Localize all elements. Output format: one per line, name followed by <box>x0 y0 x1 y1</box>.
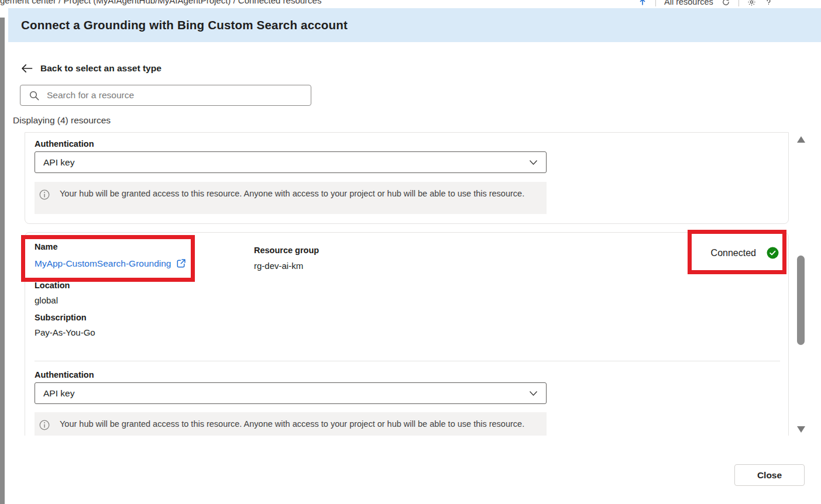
results-count: Displaying (4) resources <box>13 115 111 126</box>
chevron-down-icon <box>529 160 538 165</box>
info-banner-text: Your hub will be granted access to this … <box>60 188 524 199</box>
authentication-label: Authentication <box>35 139 94 149</box>
authentication-select-value: API key <box>43 388 74 399</box>
info-banner: Your hub will be granted access to this … <box>35 412 547 436</box>
scrollbar-up-button[interactable] <box>797 136 805 143</box>
authentication-select[interactable]: API key <box>35 151 547 173</box>
background-toolbar: All resources <box>638 0 773 8</box>
search-input[interactable] <box>47 90 305 101</box>
dialog-header: Connect a Grounding with Bing Custom Sea… <box>8 8 821 42</box>
authentication-select-value: API key <box>43 157 74 168</box>
location-label: Location <box>35 281 70 290</box>
background-page-strip: gement center / Project (MyAIAgentHub/My… <box>0 0 821 8</box>
resource-card: Authentication API key Your hub will be … <box>25 132 789 224</box>
back-link[interactable]: Back to select an asset type <box>21 63 162 74</box>
close-button[interactable]: Close <box>734 464 805 486</box>
resource-group-value: rg-dev-ai-km <box>254 261 303 271</box>
chevron-down-icon <box>529 391 538 396</box>
authentication-label: Authentication <box>35 370 94 379</box>
section-divider <box>35 361 780 361</box>
all-resources-label: All resources <box>664 0 713 6</box>
screen: gement center / Project (MyAIAgentHub/My… <box>0 0 821 504</box>
scrollbar-thumb[interactable] <box>797 256 805 345</box>
annotation-rect-status <box>688 230 786 274</box>
search-box <box>20 85 311 106</box>
toolbar-divider <box>738 0 739 6</box>
breadcrumb: gement center / Project (MyAIAgentHub/My… <box>0 0 321 5</box>
authentication-select[interactable]: API key <box>35 382 547 404</box>
resource-group-label: Resource group <box>254 246 319 255</box>
help-icon <box>764 0 773 6</box>
back-arrow-icon <box>21 64 33 73</box>
search-icon <box>29 90 40 101</box>
resource-list-viewport: Authentication API key Your hub will be … <box>0 132 813 436</box>
subscription-label: Subscription <box>35 313 87 322</box>
info-banner: Your hub will be granted access to this … <box>35 182 547 214</box>
upload-icon <box>638 0 647 6</box>
subscription-value: Pay-As-You-Go <box>35 327 95 337</box>
gear-icon <box>747 0 756 6</box>
toolbar-divider <box>655 0 656 6</box>
back-link-label: Back to select an asset type <box>40 63 162 74</box>
location-value: global <box>35 295 58 305</box>
info-icon <box>39 420 50 430</box>
info-icon <box>39 189 50 200</box>
info-banner-text: Your hub will be granted access to this … <box>60 418 524 430</box>
annotation-rect-name <box>21 235 195 282</box>
dialog-title: Connect a Grounding with Bing Custom Sea… <box>21 18 348 32</box>
scrollbar-down-button[interactable] <box>797 426 805 433</box>
refresh-icon <box>722 0 730 6</box>
